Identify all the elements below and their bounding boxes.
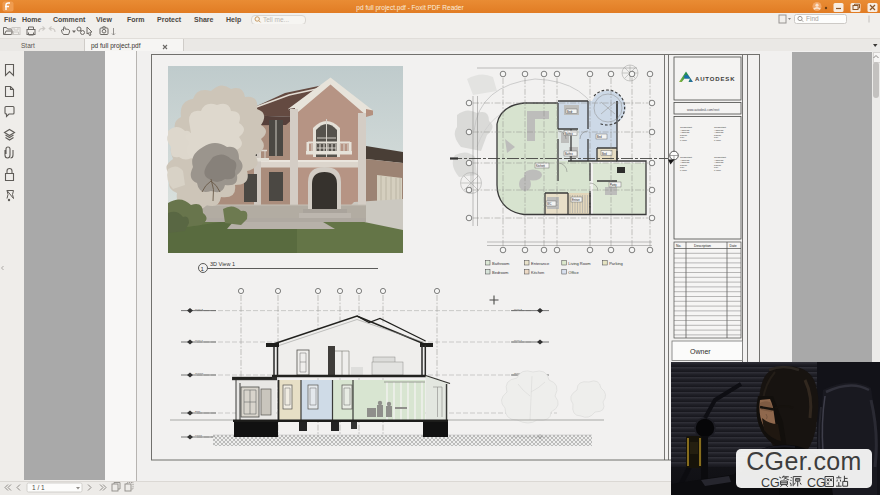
svg-text:WC: WC (547, 202, 551, 206)
svg-text:Office: Office (568, 270, 579, 275)
svg-text:AUTODESK: AUTODESK (695, 76, 735, 82)
svg-text:CG: CG (761, 476, 780, 489)
svg-text:3D View 1: 3D View 1 (210, 261, 235, 267)
svg-text:e-mail: e-mail (680, 169, 687, 172)
svg-text:Owner: Owner (690, 348, 711, 355)
svg-text:www.autodesk.com/revit: www.autodesk.com/revit (687, 108, 720, 112)
svg-text:Bedr: Bedr (567, 110, 573, 114)
svg-text:Kitchen: Kitchen (531, 270, 544, 275)
svg-text:Entran: Entran (572, 198, 580, 202)
svg-text:Bathroom: Bathroom (492, 261, 510, 266)
svg-text:e-mail: e-mail (714, 139, 721, 142)
svg-text:Parking: Parking (609, 261, 623, 266)
svg-text:CG: CG (807, 476, 826, 489)
svg-text:Found: Found (195, 434, 202, 437)
svg-text:Level 1: Level 1 (514, 339, 522, 342)
svg-text:e-mail: e-mail (714, 169, 721, 172)
svg-text:Level 2: Level 2 (195, 308, 203, 311)
svg-text:Ground: Ground (195, 372, 204, 375)
svg-text:Bed: Bed (602, 152, 607, 156)
svg-text:Find: Find (806, 15, 819, 22)
svg-text:Date: Date (730, 244, 737, 248)
svg-text:Base: Base (195, 410, 201, 413)
svg-text:Enterance: Enterance (531, 261, 550, 266)
svg-text:Level 1: Level 1 (195, 339, 203, 342)
svg-text:No.: No. (676, 244, 681, 248)
svg-text:Description: Description (694, 244, 711, 248)
svg-text:Level 2: Level 2 (514, 308, 522, 311)
svg-text:Bathro: Bathro (565, 152, 573, 156)
svg-text:Bed: Bed (597, 135, 602, 139)
svg-text:1 / 1: 1 / 1 (32, 484, 45, 491)
svg-text:e-mail: e-mail (680, 139, 687, 142)
svg-text:Bedroom: Bedroom (492, 270, 509, 275)
svg-text:Living Room: Living Room (568, 261, 591, 266)
